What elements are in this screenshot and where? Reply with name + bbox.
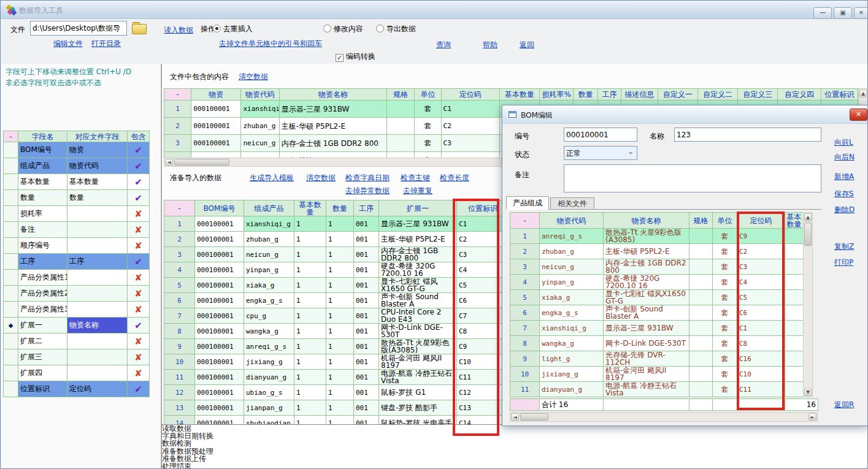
minimize-button[interactable]: — [813,7,832,19]
col-header[interactable]: 字段名 [18,131,67,142]
cell-included[interactable]: ✘ [128,270,150,286]
col-header[interactable]: 基本数量 [499,89,539,101]
field-row[interactable]: 顺序编号✘ [4,238,150,254]
cell-ext[interactable]: 硬盘-希捷 320G 7200.10 16 [379,262,457,278]
col-header[interactable]: 损耗率% [540,89,574,101]
cell-unit[interactable]: 套 [713,290,737,305]
cell-unit[interactable]: 套 [415,152,441,158]
cell-loc[interactable]: C3 [441,135,499,152]
cell-n[interactable]: 3 [510,259,540,275]
cell-ext[interactable]: 电源-航嘉 冷静王钻石Vista [379,370,457,385]
cell-ext[interactable]: CPU-Intel Core 2 Duo E43 [379,308,457,324]
dialog-table-vscrollbar[interactable]: ▲ ▼ [803,212,813,397]
cell-spec[interactable] [689,275,713,290]
cell-comp[interactable]: xiaka_g [244,278,294,293]
cell-extra[interactable] [785,321,804,336]
cell-unit[interactable]: 套 [713,305,737,321]
cell-file-field[interactable] [67,286,128,302]
cell-unit[interactable]: 套 [713,382,737,397]
col-header[interactable]: 数量 [326,200,354,216]
cell-included[interactable]: ✘ [128,302,150,318]
cell-bom[interactable]: 000100001 [195,216,244,232]
col-header[interactable]: 位置标识 [821,89,858,101]
cell-code[interactable]: zhuban_g [241,118,279,135]
field-row[interactable]: 扩展三✘ [4,349,150,365]
cell-comp[interactable]: yinpan_g [244,262,294,278]
dialog-link-向后[interactable]: 向后N [834,152,855,162]
cell-qty[interactable]: 1 [326,262,354,278]
scroll-left-icon[interactable]: ◄ [165,159,173,166]
cell-code[interactable]: xiaka_g [540,290,604,305]
cell-qty[interactable]: 1 [326,278,354,293]
field-row[interactable]: 产品分类属性3✘ [4,302,150,318]
cell-file-field[interactable]: 工序 [67,254,128,270]
cell-base[interactable]: 1 [294,262,326,278]
cell-included[interactable]: ✘ [128,334,150,349]
cell-n[interactable]: 5 [510,290,540,305]
cell-file-field[interactable] [67,334,128,349]
cell-unit[interactable]: 套 [415,118,441,135]
col-header[interactable]: 对应文件字段 [67,131,128,142]
cell-ext[interactable]: 显示器-三星 931BW [379,216,457,232]
cell-comp[interactable]: ubiao_g_s [244,385,294,400]
col-header[interactable]: 物资代码 [241,89,279,101]
cell-unit[interactable]: 套 [713,367,737,382]
cell-field-name[interactable]: 扩展四 [18,365,67,381]
radio-去重插入[interactable]: 去重插入 [213,24,253,34]
cell-name[interactable]: 网卡-D-Link DGE-530T [604,336,689,351]
cell-n[interactable]: 11 [164,370,195,385]
cell-qty[interactable]: 1 [326,293,354,308]
field-row[interactable]: 损耗率✘ [4,206,150,222]
cell-spec[interactable] [689,321,713,336]
cell-name[interactable]: 硬盘-希捷 320G 7200.10 16 [279,152,387,158]
cell-ext[interactable]: 鼠标垫-罗技 光电高手 [379,416,457,425]
cell-name[interactable]: 内存-金士顿 1GB DDR2 800 [604,259,689,275]
col-header[interactable]: 规格 [387,89,415,101]
col-header[interactable]: 描述信息 [621,89,658,101]
cell-bom[interactable]: 000100001 [195,293,244,308]
cell-field-name[interactable]: 产品分类属性2 [18,286,67,302]
col-header[interactable]: 包含 [128,131,150,142]
cell-bom[interactable]: 000100001 [195,324,244,339]
cell-file-field[interactable] [67,270,128,286]
cell-wuzi[interactable]: 000100001 [191,135,241,152]
dialog-back-link[interactable]: 返回R [834,400,854,410]
cell-ext[interactable]: 主板-华硕 P5PL2-E [379,232,457,247]
cell-name[interactable]: 硬盘-希捷 320G 7200.10 16 [604,275,689,290]
cell-file-field[interactable] [67,349,128,365]
dialog-link-删除[interactable]: 删除D [834,205,855,215]
cell-code[interactable]: yinpan_g [540,275,604,290]
open-dir-link[interactable]: 打开目录 [91,39,121,49]
cell-proc[interactable]: 001 [354,308,379,324]
field-row[interactable]: 产品分类属性1✘ [4,270,150,286]
cell-qty[interactable]: 1 [326,339,354,354]
cell-comp[interactable]: xianshiqi_g [244,216,294,232]
cell-qty[interactable]: 1 [326,354,354,370]
col-header[interactable]: 工序 [354,200,379,216]
cell-bom[interactable]: 000100001 [195,308,244,324]
field-row[interactable]: BOM编号物资✔ [4,142,150,158]
cell-bom[interactable]: 000100001 [195,262,244,278]
cell-field-name[interactable]: 备注 [18,222,67,238]
cell-n[interactable]: 2 [164,118,191,135]
cell-base[interactable]: 1 [294,400,326,416]
dialog-link-打印[interactable]: 打印P [834,257,853,268]
cell-n[interactable]: 3 [164,135,191,152]
cell-proc[interactable]: 001 [354,416,379,425]
cell-unit[interactable]: 套 [415,101,441,118]
cell-code[interactable]: xianshiqi_g [540,321,604,336]
col-header[interactable]: 组成产品 [244,200,294,216]
field-row[interactable]: 工序工序✔ [4,254,150,270]
cell-proc[interactable]: 001 [354,247,379,262]
cell-loc[interactable]: C2 [441,118,499,135]
cell-name[interactable]: 主板-华硕 P5PL2-E [604,244,689,259]
col-header[interactable]: 物资 [191,89,241,101]
cell-ext[interactable]: 声卡-创新 Sound Blaster A [379,293,457,308]
cell-bom[interactable]: 000100001 [195,416,244,425]
cell-qty[interactable]: 1 [326,385,354,400]
scroll-up-icon[interactable]: ▲ [804,213,812,221]
cell-n[interactable]: 6 [510,305,540,321]
col-header[interactable]: 物资名称 [279,89,387,101]
bom-status-combobox[interactable]: 正常 ⌄ [564,146,637,160]
tab-related-files[interactable]: 相关文件 [550,197,594,210]
